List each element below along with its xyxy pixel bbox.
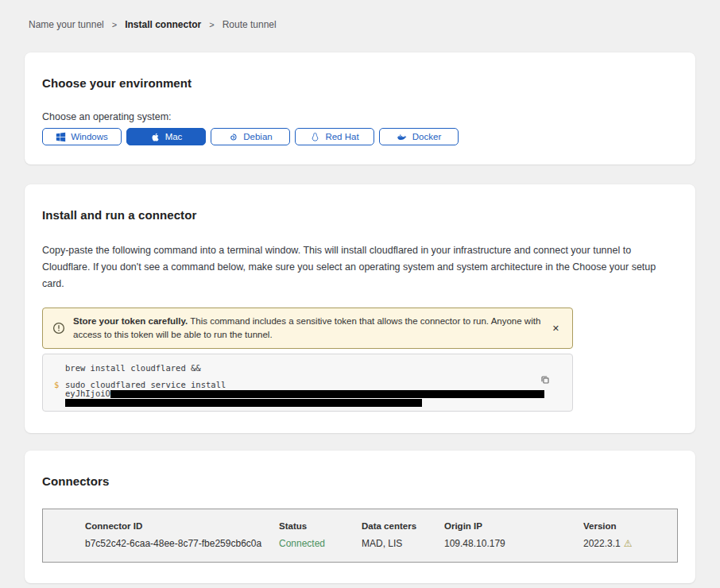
os-button-label: Debian xyxy=(243,132,272,141)
token-warning-message: Store your token carefully. This command… xyxy=(73,315,541,342)
data-centers-value: MAD, LIS xyxy=(362,538,444,549)
install-card-title: Install and run a connector xyxy=(42,208,678,222)
status-badge: Connected xyxy=(279,538,362,549)
os-button-debian[interactable]: Debian xyxy=(211,128,290,145)
column-header-data-centers: Data centers xyxy=(362,521,444,531)
redhat-icon xyxy=(310,132,320,142)
token-redaction-bar xyxy=(65,399,422,407)
environment-card-title: Choose your environment xyxy=(42,76,678,90)
breadcrumb: Name your tunnel > Install connector > R… xyxy=(29,19,720,30)
os-button-group: Windows Mac Debian Red Hat Docker xyxy=(42,128,678,145)
connectors-card: Connectors Connector ID Status Data cent… xyxy=(25,451,695,583)
docker-icon xyxy=(397,132,408,142)
connectors-card-title: Connectors xyxy=(42,474,678,488)
token-redaction-bar xyxy=(110,390,544,398)
token-warning-title: Store your token carefully. xyxy=(73,316,188,326)
breadcrumb-step-name-tunnel[interactable]: Name your tunnel xyxy=(29,19,104,30)
os-button-label: Docker xyxy=(412,132,441,141)
code-command-text: sudo cloudflared service install xyxy=(65,380,226,389)
breadcrumb-step-install-connector[interactable]: Install connector xyxy=(125,19,201,30)
os-button-label: Red Hat xyxy=(325,132,358,141)
copy-icon[interactable] xyxy=(540,374,551,388)
os-button-mac[interactable]: Mac xyxy=(126,128,206,145)
install-card-description: Copy-paste the following command into a … xyxy=(42,242,678,292)
code-line-brew: brew install cloudflared && xyxy=(54,364,561,373)
column-header-origin-ip: Origin IP xyxy=(444,521,583,531)
column-header-connector-id: Connector ID xyxy=(85,521,279,531)
connector-id-value: b7c52c42-6caa-48ee-8c77-fbe259cb6c0a xyxy=(85,538,279,549)
token-warning-banner: Store your token carefully. This command… xyxy=(42,308,573,349)
banner-close-icon[interactable]: ✕ xyxy=(549,322,563,335)
breadcrumb-separator: > xyxy=(112,20,117,29)
os-button-label: Windows xyxy=(71,132,108,141)
version-value: 2022.3.1⚠ xyxy=(583,538,677,549)
shell-prompt: $ xyxy=(54,381,59,389)
code-line-service-install: $ sudo cloudflared service install xyxy=(54,381,561,389)
install-connector-card: Install and run a connector Copy-paste t… xyxy=(25,184,695,433)
os-select-label: Choose an operating system: xyxy=(42,111,678,122)
os-button-windows[interactable]: Windows xyxy=(42,128,122,145)
version-number: 2022.3.1 xyxy=(583,538,621,549)
breadcrumb-step-route-tunnel[interactable]: Route tunnel xyxy=(223,19,277,30)
os-button-docker[interactable]: Docker xyxy=(379,128,459,145)
environment-card: Choose your environment Choose an operat… xyxy=(25,52,695,164)
column-header-status: Status xyxy=(279,521,362,531)
install-command-code-block: brew install cloudflared && $ sudo cloud… xyxy=(42,354,573,412)
connectors-table: Connector ID Status Data centers Origin … xyxy=(42,509,678,563)
debian-icon xyxy=(228,132,238,142)
windows-icon xyxy=(56,132,66,142)
column-header-version: Version xyxy=(583,521,677,531)
breadcrumb-separator: > xyxy=(209,20,214,29)
code-line-token-2 xyxy=(54,398,561,407)
alert-circle-icon xyxy=(52,322,65,335)
os-button-label: Mac xyxy=(165,132,183,141)
code-line-token: eyJhIjoiO xyxy=(54,389,561,398)
token-prefix-text: eyJhIjoiO xyxy=(65,389,110,398)
origin-ip-value: 109.48.10.179 xyxy=(444,538,583,549)
os-button-redhat[interactable]: Red Hat xyxy=(295,128,374,145)
apple-icon xyxy=(150,132,161,142)
version-warning-icon: ⚠ xyxy=(624,538,633,549)
